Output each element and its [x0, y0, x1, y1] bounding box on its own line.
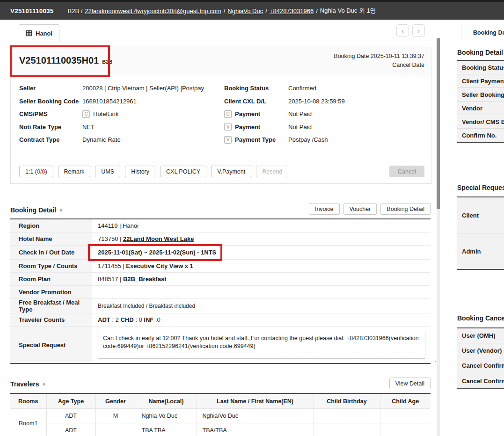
tab-strip: Hanoi ‹ ›	[0, 20, 437, 41]
ums-button[interactable]: UMS	[95, 166, 120, 177]
row-label: Check in / Out Date	[10, 246, 92, 259]
right-side-panel: Booking Det Booking Detail Booking Statu…	[448, 20, 504, 436]
panel-booking-cancel-table: User (OMH) User (Vendor) Cancel Confirm …	[457, 327, 504, 389]
remark-button[interactable]: Remark	[58, 166, 91, 177]
guest-name-link[interactable]: NghiaVo Duc	[227, 7, 263, 15]
booking-admin-screen: V25101110035 B2B / 22landmoonwestl.4wryj…	[0, 0, 504, 436]
info-label: Payment Type	[235, 136, 276, 143]
hotel-name-link[interactable]: 22Land Moon West Lake	[123, 235, 194, 242]
guest-summary: Nghia Vo Duc 외 1명	[320, 7, 376, 15]
cms-tag-icon: C	[82, 110, 90, 118]
info-row-seller-booking-code: Seller Booking Code 1669101854212961	[19, 95, 216, 108]
row-label: Room Type / Counts	[10, 260, 92, 272]
info-value: Not Paid	[288, 110, 312, 117]
panel-booking-detail-table: Booking Status * Client Payment S Seller…	[457, 60, 504, 143]
cxl-policy-button[interactable]: CXL POLICY	[160, 166, 206, 177]
breadcrumb-separator: /	[316, 7, 318, 15]
booking-code: V25101110035H01	[19, 55, 99, 65]
one-to-one-button[interactable]: 1:1 (0/0)	[19, 166, 53, 177]
age-type-cell: ADT	[46, 423, 95, 436]
info-value: 1669101854212961	[82, 98, 137, 105]
panel-section-title: Booking Detail	[457, 49, 503, 56]
booking-date-value: 2025-10-11 13:39:37	[371, 53, 424, 59]
child-age-cell	[380, 409, 431, 423]
panel-row-client-payment: Client Payment S	[457, 74, 504, 88]
name-local-cell: TBA TBA	[136, 423, 197, 436]
guest-phone-link[interactable]: +842873031966	[270, 7, 314, 15]
col-age-type: Age Type	[46, 393, 95, 409]
info-value: Dynamic Rate	[82, 136, 121, 143]
panel-row-cancel-confirm-1: Cancel Confirm	[457, 358, 504, 373]
booking-detail-button[interactable]: Booking Detail	[380, 203, 431, 215]
top-bar: V25101110035 B2B / 22landmoonwestl.4wryj…	[0, 0, 504, 20]
tab-booking-detail-panel[interactable]: Booking Det	[461, 26, 504, 39]
chevron-left-icon: ‹	[402, 27, 404, 35]
row-label: Room Plan	[10, 273, 92, 285]
row-room-type: Room Type / Counts 1711455 | Executive C…	[10, 260, 431, 273]
cancel-button: Cancel	[389, 166, 424, 177]
travelers-table: Rooms Age Type Gender Name(Local) Last N…	[10, 393, 431, 436]
row-value	[92, 286, 431, 298]
guest-email-link[interactable]: 22landmoonwestl.4wryjooctnb30rt@guest.tr…	[85, 7, 221, 15]
row-value: 848517 | B2B_Breakfast	[92, 273, 431, 285]
v-payment-button[interactable]: V.Payment	[211, 166, 251, 177]
history-button[interactable]: History	[125, 166, 155, 177]
info-label: Seller Booking Code	[19, 98, 82, 105]
row-breakfast: Free Breakfast / Meal Type Breakfast Inc…	[10, 299, 431, 313]
view-detail-button[interactable]: View Detail	[389, 378, 431, 389]
row-value: Breakfast Included / Breakfast included	[92, 299, 431, 313]
vendor-tag-icon: V	[224, 136, 232, 144]
col-name-en: Last Name / First Name(EN)	[197, 393, 314, 409]
channel-badge: B2B	[102, 59, 112, 65]
age-type-cell: ADT	[46, 409, 95, 423]
booking-summary-card: V25101110035H01B2B Booking Date 2025-10-…	[10, 47, 431, 184]
row-label: Special Request	[10, 327, 92, 363]
info-row-client-cxl: Client CXL D/L 2025-10-08 23:59:59	[224, 95, 425, 108]
cancel-date-row: Cancel Date	[334, 61, 424, 70]
panel-tab-divider	[448, 39, 461, 39]
row-traveler-counts: Traveler Counts ADT : 2 CHD : 0 INF :0	[10, 313, 431, 327]
col-gender: Gender	[95, 393, 136, 409]
panel-row-cancel-confirm-2: Cancel Confirm	[457, 373, 504, 388]
chevron-right-icon: ›	[417, 27, 420, 35]
action-button-row: 1:1 (0/0) Remark UMS History CXL POLICY …	[19, 166, 424, 177]
breadcrumb-separator: /	[224, 7, 226, 15]
scrollbar-thumb[interactable]	[437, 38, 440, 209]
panel-section-title: Special Request	[457, 184, 504, 191]
info-label: Seller	[19, 85, 82, 92]
panel-row-vendor: Vendor	[457, 102, 504, 115]
info-row-vendor-payment-type: V Payment Type Postpay /Cash	[224, 133, 425, 146]
panel-row-seller-booking: Seller Booking C	[457, 88, 504, 102]
info-value: 2025-10-08 23:59:59	[288, 98, 345, 105]
panel-row-booking-status: Booking Status *	[457, 61, 504, 74]
booking-code-group: V25101110035H01B2B	[19, 55, 112, 66]
tab-hanoi[interactable]: Hanoi	[19, 24, 59, 42]
traveler-counts-value: ADT : 2 CHD : 0 INF :0	[92, 313, 431, 326]
checkin-out-value: 2025-11-01(Sat) ~ 2025-11-02(Sun) - 1NTS	[92, 246, 431, 259]
info-row-booking-status: Booking Status Confirmed	[224, 82, 425, 95]
gender-cell	[95, 423, 136, 436]
invoice-button[interactable]: Invoice	[309, 203, 340, 215]
travelers-header-row: Rooms Age Type Gender Name(Local) Last N…	[10, 393, 431, 409]
info-value: Postpay /Cash	[288, 136, 328, 143]
breadcrumb: B2B / 22landmoonwestl.4wryjooctnb30rt@gu…	[68, 7, 376, 15]
info-row-client-payment: C Payment Not Paid	[224, 108, 425, 121]
panel-row-user-vendor: User (Vendor)	[457, 343, 504, 358]
name-en-cell: Nghia/Vo Duc	[197, 409, 314, 423]
resize-handle-icon[interactable]	[431, 357, 436, 362]
seller-info-column: Seller 200028 | Ctrip Vietnam | Seller(A…	[19, 82, 216, 146]
gender-cell: M	[95, 409, 136, 423]
breadcrumb-channel: B2B /	[68, 7, 83, 15]
voucher-button[interactable]: Voucher	[343, 203, 377, 215]
next-booking-button[interactable]: ›	[412, 24, 425, 37]
info-label: Contract Type	[19, 136, 82, 143]
prev-booking-button[interactable]: ‹	[396, 24, 409, 37]
row-label: Hotel Name	[10, 233, 92, 245]
info-label: Payment	[235, 124, 260, 131]
info-row-contract-type: Contract Type Dynamic Rate	[19, 133, 216, 146]
row-value: 1711455 | Executive City View x 1	[92, 260, 431, 272]
special-request-textarea[interactable]: Can I check in early at 12:00? Thank you…	[98, 331, 425, 359]
row-label: Vendor Promotion	[10, 286, 92, 298]
row-value: 144119 | Hanoi	[92, 219, 431, 232]
info-value: NET	[82, 124, 95, 131]
